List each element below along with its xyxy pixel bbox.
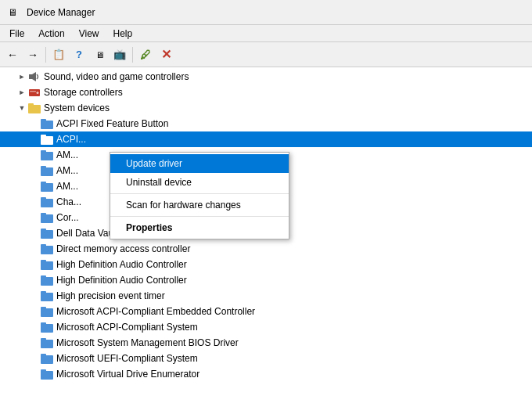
storage-label: Storage controllers [44, 87, 123, 98]
cha-label: Cha... [56, 196, 81, 207]
ctx-properties[interactable]: Properties [110, 218, 289, 237]
tree-item-hda2[interactable]: High Definition Audio Controller [0, 272, 532, 288]
mvde-icon [41, 368, 53, 380]
scan-button[interactable]: 🖥 [90, 45, 109, 64]
main-content: ► Sound, video and game controllers ► [0, 67, 532, 414]
properties-button[interactable]: 📋 [49, 45, 68, 64]
tree-item-acpi-fixed[interactable]: ACPI Fixed Feature Button [0, 116, 532, 131]
cor-icon [41, 211, 53, 224]
msm-bios-icon [41, 337, 53, 349]
menu-action[interactable]: Action [32, 27, 70, 41]
title-bar: 🖥 Device Manager [0, 0, 532, 25]
tree-item-storage[interactable]: ► Storage controllers [0, 85, 532, 100]
mac-system-icon [41, 321, 53, 333]
tree-item-direct[interactable]: Direct memory access controller [0, 241, 532, 257]
sound-icon [28, 70, 41, 83]
hda2-label: High Definition Audio Controller [56, 275, 187, 286]
monitor-button[interactable]: 📺 [110, 45, 129, 64]
tree-item-mac-system[interactable]: Microsoft ACPI-Compliant System [0, 319, 532, 335]
ctx-separator-1 [110, 193, 289, 194]
back-button[interactable]: ← [3, 45, 22, 64]
expand-system: ▼ [16, 104, 28, 112]
msm-bios-label: Microsoft System Management BIOS Driver [56, 337, 239, 348]
am1-label: AM... [56, 149, 78, 160]
svg-marker-1 [32, 72, 36, 81]
toolbar: ← → 📋 ? 🖥 📺 🖊 ✕ [0, 42, 532, 67]
system-label: System devices [44, 103, 110, 113]
tree-item-msm-bios[interactable]: Microsoft System Management BIOS Driver [0, 335, 532, 351]
hda1-icon [41, 258, 53, 271]
acpi-fixed-label: ACPI Fixed Feature Button [56, 118, 168, 129]
uefi-icon [41, 352, 53, 365]
menu-file[interactable]: File [3, 27, 31, 41]
mvde-label: Microsoft Virtual Drive Enumerator [56, 369, 200, 380]
ctx-uninstall-device[interactable]: Uninstall device [110, 173, 289, 192]
tree-item-system[interactable]: ▼ System devices [0, 100, 532, 116]
tree-item-uefi[interactable]: Microsoft UEFI-Compliant System [0, 351, 532, 366]
storage-icon [28, 86, 41, 99]
tree-item-mac-embedded[interactable]: Microsoft ACPI-Compliant Embedded Contro… [0, 304, 532, 319]
ctx-update-driver[interactable]: Update driver [110, 154, 289, 173]
system-folder-icon [28, 102, 41, 114]
tree-item-sound[interactable]: ► Sound, video and game controllers [0, 69, 532, 85]
expand-sound: ► [16, 73, 28, 81]
hda1-label: High Definition Audio Controller [56, 259, 187, 270]
add-button[interactable]: 🖊 [136, 45, 155, 64]
mac-embedded-icon [41, 305, 53, 318]
ctx-separator-2 [110, 216, 289, 217]
am3-icon [41, 180, 53, 193]
toolbar-separator-1 [45, 47, 46, 63]
menu-help[interactable]: Help [107, 27, 139, 41]
hpet-icon [41, 290, 53, 302]
context-menu: Update driver Uninstall device Scan for … [110, 152, 289, 239]
cha-icon [41, 196, 53, 208]
uefi-label: Microsoft UEFI-Compliant System [56, 353, 198, 364]
mac-system-label: Microsoft ACPI-Compliant System [56, 322, 198, 333]
menu-bar: File Action View Help [0, 25, 532, 42]
acpi-selected-label: ACPI... [56, 134, 86, 145]
hda2-icon [41, 274, 53, 286]
svg-rect-4 [30, 91, 36, 92]
forward-button[interactable]: → [23, 45, 42, 64]
acpi-selected-icon [41, 133, 53, 146]
acpi-fixed-icon [41, 117, 53, 130]
cor-label: Cor... [56, 212, 79, 223]
svg-point-3 [37, 92, 39, 94]
tree-item-hda1[interactable]: High Definition Audio Controller [0, 257, 532, 272]
am2-label: AM... [56, 165, 78, 176]
svg-rect-0 [29, 74, 32, 79]
menu-view[interactable]: View [73, 27, 106, 41]
tree-item-mvde[interactable]: Microsoft Virtual Drive Enumerator [0, 366, 532, 382]
tree-item-hpet[interactable]: High precision event timer [0, 288, 532, 304]
app-icon: 🖥 [6, 6, 19, 19]
ctx-scan-hardware[interactable]: Scan for hardware changes [110, 196, 289, 214]
dell-icon [41, 227, 53, 239]
remove-button[interactable]: ✕ [156, 45, 175, 64]
direct-icon [41, 243, 53, 255]
am2-icon [41, 164, 53, 177]
help-button[interactable]: ? [70, 45, 88, 64]
hpet-label: High precision event timer [56, 290, 165, 301]
am3-label: AM... [56, 181, 78, 192]
am1-icon [41, 149, 53, 161]
mac-embedded-label: Microsoft ACPI-Compliant Embedded Contro… [56, 306, 255, 317]
toolbar-separator-2 [132, 47, 133, 63]
direct-label: Direct memory access controller [56, 243, 190, 254]
sound-label: Sound, video and game controllers [44, 71, 189, 82]
window-title: Device Manager [27, 7, 95, 18]
expand-storage: ► [16, 88, 28, 96]
tree-item-acpi-selected[interactable]: ACPI... [0, 131, 532, 147]
